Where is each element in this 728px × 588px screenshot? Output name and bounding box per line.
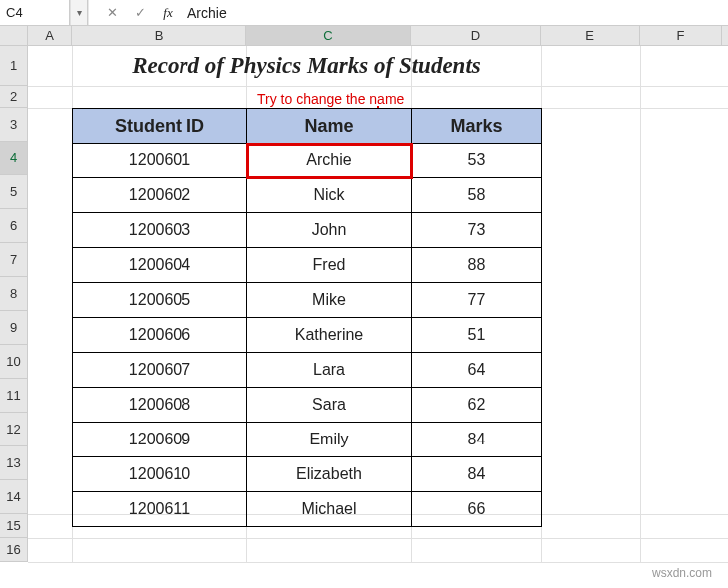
select-all-corner[interactable]: [0, 26, 28, 45]
gridline: [28, 538, 728, 539]
cells-area[interactable]: Record of Physics Marks of Students Try …: [28, 46, 728, 562]
cell-marks[interactable]: 64: [412, 353, 542, 388]
cell-marks[interactable]: 84: [412, 457, 542, 492]
name-box-dropdown[interactable]: ▾: [70, 0, 88, 25]
enter-button[interactable]: ✓: [126, 0, 154, 25]
cell-name[interactable]: Lara: [247, 353, 412, 388]
fx-icon: fx: [163, 5, 172, 21]
cell-student-id[interactable]: 1200606: [73, 318, 247, 353]
table-row: 1200601Archie53: [73, 144, 542, 178]
cell-student-id[interactable]: 1200607: [73, 353, 247, 388]
cell-name[interactable]: Archie: [247, 144, 412, 178]
cell-student-id[interactable]: 1200601: [73, 144, 247, 178]
row-header-2[interactable]: 2: [0, 86, 27, 108]
cell-marks[interactable]: 77: [412, 283, 542, 318]
column-header-B[interactable]: B: [72, 26, 246, 45]
header-student-id[interactable]: Student ID: [73, 109, 247, 144]
table-row: 1200603John73: [73, 213, 542, 248]
divider: [88, 0, 98, 25]
row-header-6[interactable]: 6: [0, 209, 27, 243]
table-row: 1200604Fred88: [73, 248, 542, 283]
cell-student-id[interactable]: 1200605: [73, 283, 247, 318]
row-header-3[interactable]: 3: [0, 108, 27, 142]
cell-name[interactable]: Elizabeth: [247, 457, 412, 492]
row-header-7[interactable]: 7: [0, 243, 27, 277]
row-header-1[interactable]: 1: [0, 46, 27, 86]
row-header-12[interactable]: 12: [0, 413, 27, 446]
table-row: 1200610Elizabeth84: [73, 457, 542, 492]
row-headers: 1 2 3 4 5 6 7 8 9 10 11 12 13 14 15 16: [0, 46, 28, 562]
row-header-14[interactable]: 14: [0, 480, 27, 514]
formula-bar: C4 ▾ ✕ ✓ fx Archie: [0, 0, 728, 26]
cell-name[interactable]: Katherine: [247, 318, 412, 353]
cell-student-id[interactable]: 1200604: [73, 248, 247, 283]
header-marks[interactable]: Marks: [412, 109, 542, 144]
cell-student-id[interactable]: 1200610: [73, 457, 247, 492]
cell-student-id[interactable]: 1200603: [73, 213, 247, 248]
cell-name[interactable]: Sara: [247, 388, 412, 423]
column-header-D[interactable]: D: [411, 26, 541, 45]
cell-reference: C4: [6, 5, 63, 20]
gridline: [28, 562, 728, 563]
x-icon: ✕: [107, 5, 118, 20]
cell-student-id[interactable]: 1200609: [73, 423, 247, 457]
cell-marks[interactable]: 73: [412, 213, 542, 248]
formula-text: Archie: [187, 5, 227, 21]
table-row: 1200611Michael66: [73, 492, 542, 527]
row-header-10[interactable]: 10: [0, 345, 27, 379]
row-header-5[interactable]: 5: [0, 175, 27, 209]
row-header-11[interactable]: 11: [0, 379, 27, 413]
page-title: Record of Physics Marks of Students: [72, 46, 541, 86]
cell-name[interactable]: Fred: [247, 248, 412, 283]
cell-student-id[interactable]: 1200602: [73, 178, 247, 213]
column-header-F[interactable]: F: [640, 26, 722, 45]
grid-body: 1 2 3 4 5 6 7 8 9 10 11 12 13 14 15 16 R…: [0, 46, 728, 562]
header-name[interactable]: Name: [247, 109, 412, 144]
cell-marks[interactable]: 66: [412, 492, 542, 527]
row-header-9[interactable]: 9: [0, 311, 27, 345]
column-header-E[interactable]: E: [541, 26, 640, 45]
cell-marks[interactable]: 53: [412, 144, 542, 178]
watermark: wsxdn.com: [652, 566, 712, 580]
formula-buttons: ✕ ✓ fx: [98, 0, 182, 25]
data-table: Student ID Name Marks 1200601Archie53120…: [72, 108, 542, 527]
row-header-15[interactable]: 15: [0, 514, 27, 538]
cell-marks[interactable]: 62: [412, 388, 542, 423]
table-row: 1200607Lara64: [73, 353, 542, 388]
cell-marks[interactable]: 84: [412, 423, 542, 457]
cell-name[interactable]: John: [247, 213, 412, 248]
column-header-A[interactable]: A: [28, 26, 72, 45]
cell-marks[interactable]: 88: [412, 248, 542, 283]
table-row: 1200608Sara62: [73, 388, 542, 423]
formula-input[interactable]: Archie: [182, 0, 728, 25]
row-header-16[interactable]: 16: [0, 538, 27, 562]
cell-marks[interactable]: 51: [412, 318, 542, 353]
cell-marks[interactable]: 58: [412, 178, 542, 213]
row-header-4[interactable]: 4: [0, 142, 27, 175]
annotation-text: Try to change the name: [257, 91, 404, 107]
cell-student-id[interactable]: 1200608: [73, 388, 247, 423]
chevron-down-icon: ▾: [77, 7, 82, 18]
table-header-row: Student ID Name Marks: [73, 109, 542, 144]
cell-name[interactable]: Nick: [247, 178, 412, 213]
table-row: 1200609Emily84: [73, 423, 542, 457]
table-row: 1200602Nick58: [73, 178, 542, 213]
cancel-button[interactable]: ✕: [98, 0, 126, 25]
column-headers: A B C D E F: [0, 26, 728, 46]
cell-name[interactable]: Emily: [247, 423, 412, 457]
insert-function-button[interactable]: fx: [154, 0, 182, 25]
row-header-13[interactable]: 13: [0, 446, 27, 480]
column-header-C[interactable]: C: [246, 26, 411, 45]
table-row: 1200605Mike77: [73, 283, 542, 318]
row-header-8[interactable]: 8: [0, 277, 27, 311]
gridline: [640, 46, 641, 562]
cell-name[interactable]: Michael: [247, 492, 412, 527]
cell-name[interactable]: Mike: [247, 283, 412, 318]
cell-student-id[interactable]: 1200611: [73, 492, 247, 527]
name-box[interactable]: C4: [0, 0, 70, 25]
gridline: [28, 86, 728, 87]
check-icon: ✓: [135, 5, 146, 20]
table-row: 1200606Katherine51: [73, 318, 542, 353]
